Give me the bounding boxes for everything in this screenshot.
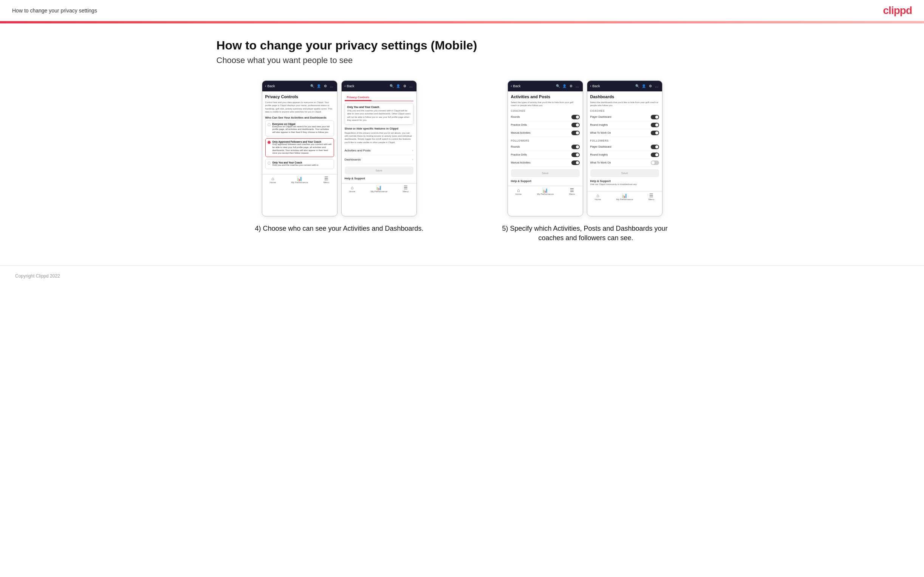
followers-rounds-toggle[interactable] [572,145,580,149]
radio-followers[interactable] [268,141,271,144]
search-icon[interactable]: 🔍 [310,84,315,89]
nav-menu-4[interactable]: ☰ Menu [648,193,654,200]
chevron-left-icon: ‹ [265,84,267,88]
menu-icon-1: ☰ [324,176,328,181]
footer: Copyright Clippd 2022 [0,266,924,286]
chart-icon-3: 📊 [542,188,548,193]
logo: clippd [883,5,912,17]
chevron-right-activities: › [412,149,414,152]
nav-menu-3[interactable]: ☰ Menu [569,188,575,195]
nav-home-3[interactable]: ⌂ Home [515,188,522,195]
save-button-3[interactable]: Save [511,169,580,177]
more-icon-2[interactable]: … [409,84,414,89]
nav-menu-2[interactable]: ☰ Menu [403,185,409,193]
settings-icon-3[interactable]: ⚙ [569,84,573,89]
settings-icon-2[interactable]: ⚙ [402,84,407,89]
settings-icon-4[interactable]: ⚙ [648,84,653,89]
nav-menu-1[interactable]: ☰ Menu [323,176,329,184]
coaches-header-3: COACHES [511,110,580,112]
followers-manual-toggle[interactable] [572,161,580,165]
screen1-title: Privacy Controls [265,94,334,99]
settings-icon[interactable]: ⚙ [323,84,328,89]
mob-bottom-nav-4: ⌂ Home 📊 My Performance ☰ Menu [587,191,662,202]
mob-bottom-nav-1: ⌂ Home 📊 My Performance ☰ Menu [262,174,337,185]
menu-icon-4: ☰ [649,193,653,198]
coaches-work-on-toggle[interactable] [651,131,659,135]
mob-back-4[interactable]: ‹ Back [590,84,600,88]
followers-player-dash-toggle[interactable] [651,145,659,149]
tab-privacy-controls[interactable]: Privacy Controls [345,94,372,101]
option-followers-body: Only approved followers and coaches you … [273,143,332,155]
person-icon-3[interactable]: 👤 [562,84,567,89]
nav-menu-label-4: Menu [648,198,654,200]
mob-header-1: ‹ Back 🔍 👤 ⚙ … [262,81,337,91]
coaches-rounds-label: Rounds [511,116,520,118]
popover-body: Only you and the coaches you connect wit… [347,109,411,122]
link-activities[interactable]: Activities and Posts › [345,146,414,155]
nav-performance-4[interactable]: 📊 My Performance [616,193,633,200]
save-button-4[interactable]: Save [590,169,659,177]
nav-performance-2[interactable]: 📊 My Performance [371,185,388,193]
mob-back-1[interactable]: ‹ Back [265,84,275,88]
mob-header-4: ‹ Back 🔍 👤 ⚙ … [587,81,662,91]
screens-pair-2: ‹ Back 🔍 👤 ⚙ … Activities and Posts Sele… [507,81,662,216]
show-hide-title: Show or hide specific features in Clippd [345,127,414,130]
followers-work-on-toggle[interactable] [651,161,659,165]
more-icon[interactable]: … [330,84,334,89]
nav-perf-label-1: My Performance [291,181,308,184]
nav-perf-label-2: My Performance [371,190,388,193]
link-activities-label: Activities and Posts [345,149,371,152]
coaches-rounds-toggle[interactable] [572,115,580,119]
popover-title: Only You and Your Coach [347,106,411,108]
search-icon-4[interactable]: 🔍 [635,84,640,89]
mob-bottom-nav-2: ⌂ Home 📊 My Performance ☰ Menu [342,183,417,195]
home-icon-4: ⌂ [596,193,599,198]
save-button-2[interactable]: Save [345,166,414,174]
nav-performance-1[interactable]: 📊 My Performance [291,176,308,184]
option-everyone-body: Everyone on Clippd can search for you an… [273,126,332,134]
more-icon-3[interactable]: … [575,84,580,89]
link-dashboards[interactable]: Dashboards › [345,155,414,164]
person-icon[interactable]: 👤 [317,84,321,89]
followers-round-insights-toggle[interactable] [651,153,659,157]
search-icon-3[interactable]: 🔍 [556,84,561,89]
radio-option-coach[interactable]: Only You and Your Coach Only you and the… [265,159,334,169]
main-content: How to change your privacy settings (Mob… [202,23,723,266]
nav-menu-label-1: Menu [323,181,329,184]
radio-option-followers[interactable]: Only Approved Followers and Your Coach O… [265,138,334,157]
mobile-screen-2: ‹ Back 🔍 👤 ⚙ … Privacy Controls [341,81,417,216]
nav-home-1[interactable]: ⌂ Home [270,176,276,184]
screen4-desc: Select the dashboards that you'd like to… [590,101,659,107]
coaches-drills-toggle[interactable] [572,123,580,127]
back-label-3: Back [513,84,521,88]
coaches-player-dash-toggle[interactable] [651,115,659,119]
nav-home-4[interactable]: ⌂ Home [595,193,601,200]
coaches-manual-toggle[interactable] [572,131,580,135]
mob-bottom-nav-3: ⌂ Home 📊 My Performance ☰ Menu [508,186,583,197]
person-icon-4[interactable]: 👤 [642,84,646,89]
search-icon-2[interactable]: 🔍 [389,84,394,89]
nav-performance-3[interactable]: 📊 My Performance [537,188,554,195]
radio-coach[interactable] [268,162,271,164]
menu-icon-2: ☰ [404,185,408,190]
caption-2: 5) Specify which Activities, Posts and D… [498,224,672,243]
radio-everyone[interactable] [268,123,271,126]
copyright: Copyright Clippd 2022 [15,273,60,279]
followers-drills-toggle[interactable] [572,153,580,157]
back-label-4: Back [593,84,600,88]
mob-back-3[interactable]: ‹ Back [511,84,521,88]
person-icon-2[interactable]: 👤 [396,84,401,89]
mob-content-3: Activities and Posts Select the types of… [508,91,583,186]
mob-back-2[interactable]: ‹ Back [345,84,354,88]
show-hide-body: Regardless of the privacy controls that … [345,131,414,144]
more-icon-4[interactable]: … [654,84,659,89]
nav-home-2[interactable]: ⌂ Home [349,185,355,193]
radio-option-everyone[interactable]: Everyone on Clippd Everyone on Clippd ca… [265,121,334,136]
coaches-round-insights-toggle[interactable] [651,123,659,127]
nav-menu-label-2: Menu [403,190,409,193]
coaches-player-dash-4: Player Dashboard [590,113,659,121]
coaches-work-on-4: What To Work On [590,129,659,137]
coaches-manual-label: Manual Activities [511,131,531,134]
followers-player-dash-4: Player Dashboard [590,143,659,151]
coaches-header-4: COACHES [590,110,659,112]
